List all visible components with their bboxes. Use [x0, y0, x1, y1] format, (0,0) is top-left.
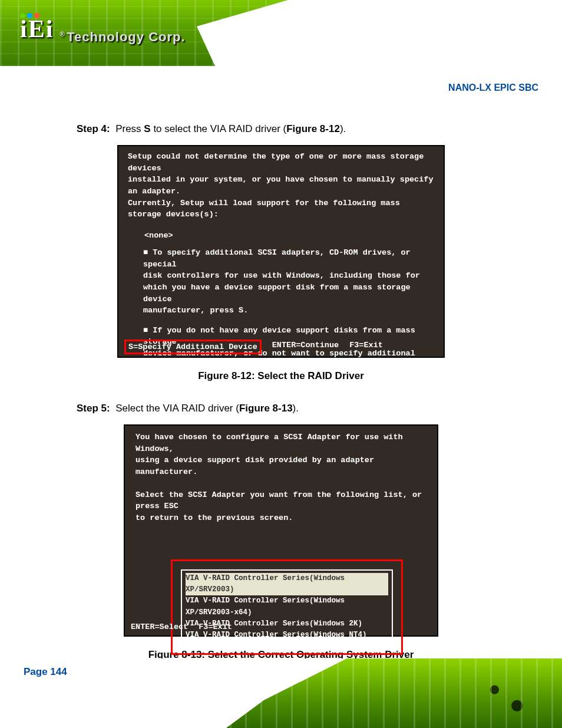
setup-none: <none>: [144, 230, 434, 242]
page-content: Step 4: Press S to select the VIA RAID d…: [0, 66, 562, 691]
step-5-text: Select the VIA RAID driver (Figure 8-13)…: [115, 403, 299, 414]
scsi-option-xp-2003[interactable]: VIA V-RAID Controller Series(Windows XP/…: [186, 573, 388, 596]
step-4-text: Press S to select the VIA RAID driver (F…: [115, 123, 346, 134]
step-5-label: Step 5:: [77, 403, 110, 414]
scsi-line2: using a device support disk provided by …: [135, 454, 427, 477]
step-4-heading: Step 4: Press S to select the VIA RAID d…: [77, 121, 485, 137]
s-specify-action[interactable]: S=Specify Additional Device: [124, 340, 262, 355]
step-4-label: Step 4:: [77, 123, 110, 134]
header-swoosh: [197, 0, 562, 66]
scsi-line3: Select the SCSI Adapter you want from th…: [135, 489, 427, 512]
footer-banner: [0, 658, 562, 728]
figure-8-12-screenshot: Setup could not determine the type of on…: [117, 145, 445, 358]
setup-line3: Currently, Setup will load support for t…: [128, 197, 434, 220]
setup-line1: Setup could not determine the type of on…: [128, 151, 434, 174]
setup-line2: installed in your system, or you have ch…: [128, 174, 434, 197]
registered-mark: ®: [59, 30, 65, 38]
f3-exit-action[interactable]: F3=Exit: [349, 340, 383, 355]
enter-continue-action[interactable]: ENTER=Continue: [272, 340, 339, 355]
scsi-option-xp-2003-x64[interactable]: VIA V-RAID Controller Series(Windows XP/…: [186, 595, 388, 618]
enter-select-action[interactable]: ENTER=Select: [131, 621, 188, 633]
page-number: Page 144: [24, 666, 67, 678]
f3-exit-action-2[interactable]: F3=Exit: [199, 621, 232, 633]
brand-label: Technology Corp.: [67, 29, 185, 44]
scsi-adapter-listbox: VIA V-RAID Controller Series(Windows XP/…: [171, 559, 403, 655]
document-title: NANO-LX EPIC SBC: [448, 83, 538, 93]
step-5-heading: Step 5: Select the VIA RAID driver (Figu…: [77, 401, 485, 416]
figure-8-12-caption: Figure 8-12: Select the RAID Driver: [77, 368, 485, 384]
header-banner: iEi ®Technology Corp.: [0, 0, 562, 66]
logo-text: iEi: [20, 15, 54, 43]
brand-block: iEi ®Technology Corp.: [20, 13, 186, 45]
status-bar: S=Specify Additional Device ENTER=Contin…: [118, 337, 444, 357]
scsi-line4: to return to the previous screen.: [135, 512, 427, 524]
status-bar-2: ENTER=Select F3=Exit: [125, 619, 437, 635]
scsi-line1: You have chosen to configure a SCSI Adap…: [135, 431, 427, 454]
figure-8-13-screenshot: You have chosen to configure a SCSI Adap…: [124, 424, 438, 637]
bullet-1: To specify additional SCSI adapters, CD-…: [143, 247, 434, 316]
brand-text: ®Technology Corp.: [59, 29, 185, 45]
